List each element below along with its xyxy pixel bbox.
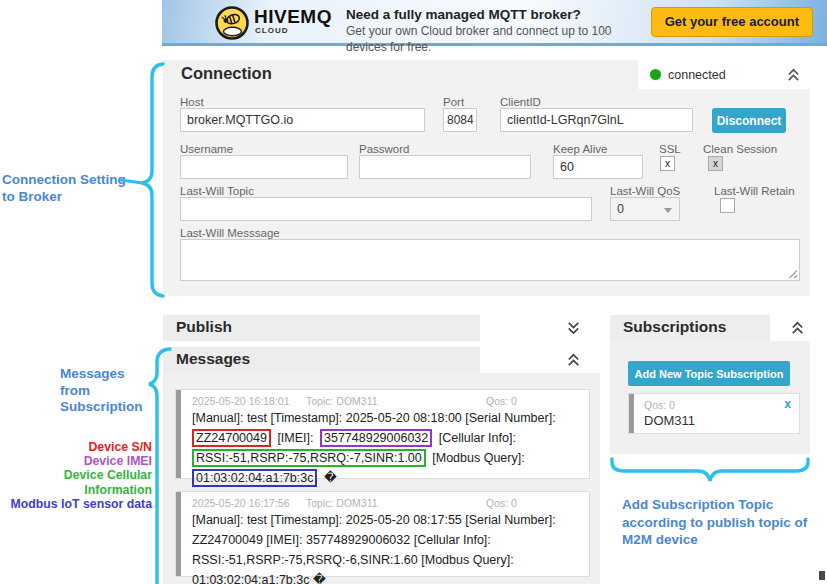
remove-subscription-button[interactable]: x: [784, 397, 791, 411]
legend-cellular-info: Device Cellular Information: [0, 468, 152, 496]
username-input[interactable]: [180, 155, 348, 179]
chevron-down-icon: [664, 208, 672, 213]
messages-header: Messages: [163, 347, 480, 373]
collapse-subscriptions-chevron-icon[interactable]: [789, 319, 806, 336]
hivemq-logo: HIVEMQ CLOUD: [214, 5, 332, 45]
lastwill-topic-input[interactable]: [180, 197, 592, 221]
ssl-label: SSL: [659, 143, 681, 155]
resize-handle-icon[interactable]: [787, 268, 797, 278]
password-input[interactable]: [359, 155, 531, 179]
device-imei-highlight: 357748929006032: [320, 429, 432, 447]
messages-title: Messages: [176, 350, 250, 368]
connection-status: connected: [638, 60, 810, 89]
subscriptions-panel: Add New Topic Subscription Qos: 0 x DOM3…: [610, 341, 810, 454]
lastwill-retain-checkbox[interactable]: [720, 198, 735, 213]
messages-panel[interactable]: 2025-05-20 16:18:01 Topic: DOM311 Qos: 0…: [163, 373, 600, 584]
subscriptions-header: Subscriptions: [610, 315, 770, 341]
modbus-data-highlight: 01:03:02:04:a1:7b:3c: [192, 469, 317, 487]
lastwill-topic-label: Last-Will Topic: [180, 185, 254, 197]
connection-brace-icon: [142, 64, 163, 296]
keepalive-label: Keep Alive: [553, 143, 607, 155]
lastwill-qos-label: Last-Will QoS: [610, 185, 680, 197]
message-topic: Topic: DOM311: [306, 395, 378, 407]
message-item: 2025-05-20 16:17:56 Topic: DOM311 Qos: 0…: [175, 491, 590, 577]
collapse-connection-chevron-icon[interactable]: [785, 66, 802, 83]
port-input[interactable]: [443, 108, 477, 132]
annotation-add-subscription-topic: Add Subscription Topic according to publ…: [622, 496, 820, 549]
lastwill-message-textarea[interactable]: [180, 239, 800, 281]
legend-modbus-data: Modbus IoT sensor data: [0, 497, 152, 511]
subscription-topic: DOM311: [644, 413, 695, 428]
annotation-messages-from-subscription: Messages from Subscription: [60, 366, 143, 416]
clean-session-label: Clean Session: [703, 143, 777, 155]
mqtt-web-client: HIVEMQ CLOUD Need a fully managed MQTT b…: [0, 0, 827, 584]
cellular-info-highlight: RSSI:-51,RSRP:-75,RSRQ:-7,SINR:1.00: [192, 449, 426, 467]
subscription-accent-bar: [629, 394, 634, 433]
bee-icon: [214, 5, 250, 45]
connected-dot-icon: [650, 69, 661, 80]
message-qos: Qos: 0: [486, 395, 517, 407]
message-payload: [Manual]: test [Timestamp]: 2025-05-20 0…: [176, 507, 589, 584]
checkmark-x-icon: x: [665, 158, 670, 169]
get-free-account-button[interactable]: Get your free account: [651, 7, 813, 37]
collapse-messages-chevron-icon[interactable]: [565, 351, 582, 368]
host-input[interactable]: [180, 108, 425, 132]
message-topic: Topic: DOM311: [306, 497, 378, 509]
clientid-label: ClientID: [500, 96, 541, 108]
ssl-checkbox[interactable]: x: [660, 156, 675, 171]
add-subscription-button[interactable]: Add New Topic Subscription: [628, 361, 790, 386]
brand-name: HIVEMQ: [254, 8, 332, 26]
expand-publish-chevron-icon[interactable]: [565, 319, 582, 336]
host-label: Host: [180, 96, 204, 108]
password-label: Password: [359, 143, 410, 155]
lastwill-qos-select[interactable]: 0: [610, 197, 680, 221]
message-payload: [Manual]: test [Timestamp]: 2025-05-20 0…: [176, 405, 589, 495]
subscriptions-title: Subscriptions: [623, 318, 726, 336]
publish-title: Publish: [176, 318, 232, 336]
message-qos: Qos: 0: [486, 497, 517, 509]
connection-form: Host Port ClientID Disconnect Username P…: [163, 89, 810, 296]
lastwill-message-label: Last-Will Messsage: [180, 227, 280, 239]
connection-header: Connection connected: [163, 60, 810, 89]
subscription-qos: Qos: 0: [644, 399, 675, 411]
hivemq-banner[interactable]: HIVEMQ CLOUD Need a fully managed MQTT b…: [162, 0, 827, 46]
scrollbar-artifact: [819, 571, 825, 580]
annotation-legend: Device S/N Device IMEI Device Cellular I…: [0, 440, 152, 511]
message-time: 2025-05-20 16:18:01: [192, 395, 290, 407]
banner-subheadline: Get your own Cloud broker and connect up…: [346, 23, 646, 55]
clientid-input[interactable]: [500, 108, 693, 132]
checkmark-x-icon: x: [713, 158, 718, 169]
lastwill-retain-label: Last-Will Retain: [714, 185, 795, 197]
publish-header: Publish: [163, 315, 480, 341]
disconnect-button[interactable]: Disconnect: [712, 108, 786, 133]
subscription-item: Qos: 0 x DOM311: [628, 393, 800, 434]
connection-status-text: connected: [668, 68, 726, 82]
device-serial-highlight: ZZ24700049: [192, 429, 271, 447]
keepalive-input[interactable]: [553, 155, 643, 179]
subscription-brace-icon: [612, 459, 808, 481]
banner-headline: Need a fully managed MQTT broker?: [346, 6, 646, 23]
legend-device-sn: Device S/N: [0, 440, 152, 454]
message-item: 2025-05-20 16:18:01 Topic: DOM311 Qos: 0…: [175, 389, 590, 479]
annotation-connection-setting: Connection Setting to Broker: [2, 172, 126, 205]
connection-title: Connection: [181, 64, 272, 83]
username-label: Username: [180, 143, 233, 155]
message-time: 2025-05-20 16:17:56: [192, 497, 290, 509]
legend-device-imei: Device IMEI: [0, 454, 152, 468]
port-label: Port: [443, 96, 464, 108]
clean-session-checkbox[interactable]: x: [708, 156, 723, 171]
brand-subname: CLOUD: [255, 26, 332, 35]
